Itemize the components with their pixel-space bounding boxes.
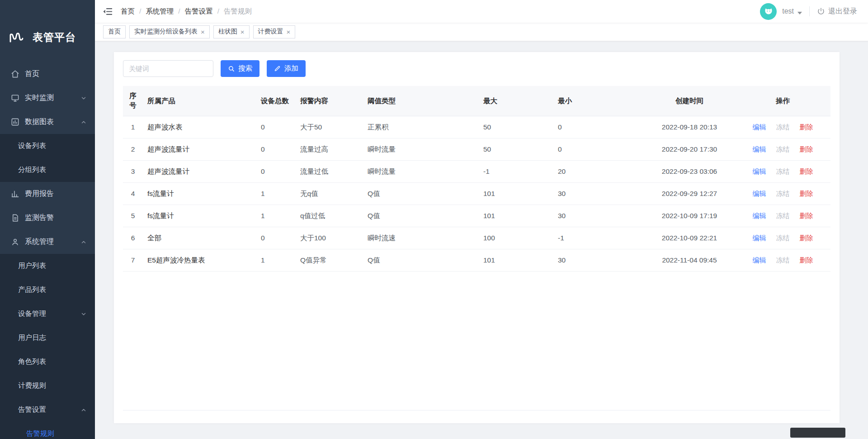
sidebar-item[interactable]: 用户列表 [0, 254, 95, 278]
search-button-label: 搜索 [238, 64, 252, 73]
device-count: 1 [256, 183, 296, 205]
breadcrumb-separator: / [178, 7, 180, 15]
freeze-link[interactable]: 冻结 [776, 190, 790, 197]
close-icon[interactable]: × [241, 29, 245, 35]
breadcrumb-item[interactable]: 系统管理 [146, 7, 174, 16]
delete-link[interactable]: 删除 [800, 145, 813, 153]
tabs-bar: 首页实时监测分组设备列表×柱状图×计费设置× [95, 23, 868, 41]
sidebar-menu: 首页实时监测数据图表设备列表分组列表费用报告监测告警系统管理用户列表产品列表设备… [0, 62, 95, 439]
row-index: 3 [123, 161, 143, 183]
tab[interactable]: 柱状图× [213, 25, 250, 38]
table-row: 3超声波流量计0流量过低瞬时流量-1202022-09-23 03:06编辑冻结… [123, 161, 830, 183]
sidebar-item[interactable]: 用户日志 [0, 326, 95, 350]
max-value: 101 [479, 205, 553, 227]
search-input[interactable] [123, 60, 213, 77]
hamburger-icon[interactable] [103, 7, 113, 16]
created-time: 2022-10-09 22:21 [644, 227, 735, 249]
add-button[interactable]: 添加 [267, 60, 306, 77]
logout-button[interactable]: 退出登录 [817, 7, 857, 16]
row-actions: 编辑冻结删除 [735, 161, 830, 183]
sidebar-item-label: 实时监测 [25, 93, 54, 103]
watermark [790, 428, 845, 438]
sidebar-item[interactable]: 告警规则 [0, 422, 95, 439]
created-time: 2022-09-23 03:06 [644, 161, 735, 183]
sidebar-item[interactable]: 系统管理 [0, 230, 95, 254]
breadcrumb-item[interactable]: 告警设置 [185, 7, 213, 16]
tab[interactable]: 计费设置× [253, 25, 296, 38]
edit-link[interactable]: 编辑 [753, 190, 766, 197]
avatar-cat-icon [763, 5, 774, 17]
chevron-down-icon[interactable] [797, 12, 802, 14]
table-row: 1超声波水表0大于50正累积5002022-09-18 20:13编辑冻结删除 [123, 116, 830, 138]
delete-link[interactable]: 删除 [800, 190, 813, 197]
product-name: 超声波流量计 [143, 161, 256, 183]
top-navbar: 首页/系统管理/告警设置/告警规则 test [95, 0, 868, 23]
sidebar-item[interactable]: 费用报告 [0, 182, 95, 206]
sidebar-item-label: 分组列表 [18, 165, 46, 175]
device-count: 1 [256, 249, 296, 272]
delete-link[interactable]: 删除 [800, 212, 813, 220]
sidebar-item[interactable]: 告警设置 [0, 398, 95, 422]
app-logo[interactable]: 表管平台 [0, 0, 95, 57]
sidebar-item[interactable]: 首页 [0, 62, 95, 86]
freeze-link[interactable]: 冻结 [776, 145, 790, 153]
sidebar-item[interactable]: 设备管理 [0, 302, 95, 326]
search-button[interactable]: 搜索 [221, 60, 259, 77]
created-time: 2022-09-20 17:30 [644, 138, 735, 161]
edit-link[interactable]: 编辑 [753, 145, 766, 153]
table-row: 5fs流量计1q值过低Q值101302022-10-09 17:19编辑冻结删除 [123, 205, 830, 227]
breadcrumb-item: 告警规则 [224, 7, 252, 16]
sidebar-item[interactable]: 监测告警 [0, 206, 95, 230]
sidebar-item[interactable]: 分组列表 [0, 158, 95, 182]
delete-link[interactable]: 删除 [800, 123, 813, 131]
freeze-link[interactable]: 冻结 [776, 212, 790, 220]
min-value: 30 [553, 205, 644, 227]
row-index: 2 [123, 138, 143, 161]
edit-link[interactable]: 编辑 [753, 123, 766, 131]
created-time: 2022-11-04 09:45 [644, 249, 735, 272]
column-header: 最小 [553, 86, 644, 116]
close-icon[interactable]: × [287, 29, 291, 35]
threshold-type: Q值 [363, 249, 479, 272]
sidebar-item[interactable]: 计费规则 [0, 374, 95, 398]
username[interactable]: test [782, 7, 794, 15]
sidebar-item[interactable]: 设备列表 [0, 134, 95, 158]
close-icon[interactable]: × [201, 29, 205, 35]
navbar-right: test 退出登录 [760, 3, 857, 20]
delete-link[interactable]: 删除 [800, 234, 813, 242]
sidebar-item-label: 用户列表 [18, 261, 46, 271]
row-index: 6 [123, 227, 143, 249]
edit-link[interactable]: 编辑 [753, 212, 766, 220]
freeze-link[interactable]: 冻结 [776, 256, 790, 264]
freeze-link[interactable]: 冻结 [776, 167, 790, 175]
sidebar-item[interactable]: 角色列表 [0, 350, 95, 374]
avatar[interactable] [760, 3, 777, 20]
threshold-type: 瞬时流速 [363, 227, 479, 249]
tab[interactable]: 首页 [103, 25, 126, 38]
chart-icon [11, 118, 19, 126]
freeze-link[interactable]: 冻结 [776, 234, 790, 242]
edit-link[interactable]: 编辑 [753, 256, 766, 264]
table-row: 6全部0大于100瞬时流速100-12022-10-09 22:21编辑冻结删除 [123, 227, 830, 249]
sidebar-item[interactable]: 产品列表 [0, 278, 95, 302]
delete-link[interactable]: 删除 [800, 167, 813, 175]
freeze-link[interactable]: 冻结 [776, 123, 790, 131]
edit-link[interactable]: 编辑 [753, 234, 766, 242]
monitor-icon [11, 94, 19, 102]
sidebar-item[interactable]: 实时监测 [0, 86, 95, 110]
breadcrumb-item[interactable]: 首页 [121, 7, 135, 16]
min-value: -1 [553, 227, 644, 249]
table-header-row: 序号所属产品设备总数报警内容阈值类型最大最小创建时间操作 [123, 86, 830, 116]
sidebar-item[interactable]: 数据图表 [0, 110, 95, 134]
product-name: 超声波流量计 [143, 138, 256, 161]
threshold-type: 瞬时流量 [363, 161, 479, 183]
delete-link[interactable]: 删除 [800, 256, 813, 264]
tab[interactable]: 实时监测分组设备列表× [129, 25, 210, 38]
column-header: 报警内容 [296, 86, 363, 116]
min-value: 0 [553, 116, 644, 138]
submenu: 用户列表产品列表设备管理用户日志角色列表计费规则告警设置告警规则 [0, 254, 95, 439]
edit-link[interactable]: 编辑 [753, 167, 766, 175]
report-icon [11, 190, 19, 198]
alarm-content: Q值异常 [296, 249, 363, 272]
min-value: 20 [553, 161, 644, 183]
